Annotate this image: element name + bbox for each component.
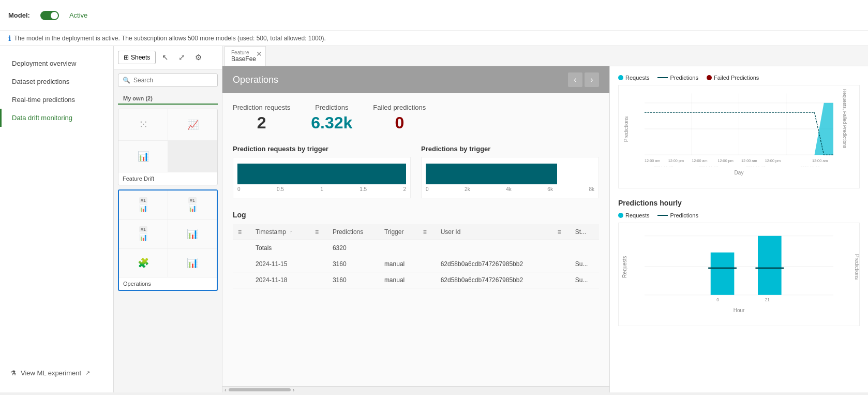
row0-trigger: manual: [379, 256, 418, 272]
predictions-label: Predictions: [311, 104, 352, 111]
hourly-requests-color: [618, 213, 623, 218]
sidebar-item-deployment-overview[interactable]: Deployment overview: [0, 54, 113, 72]
bar-chart-3-icon: 📊: [139, 233, 147, 241]
bar-hour-0: [711, 253, 735, 295]
move-tool-button[interactable]: ⤢: [174, 50, 189, 65]
row0-empty: [233, 256, 250, 272]
stat-failed-predictions: Failed predictions 0: [373, 104, 426, 133]
log-row-1[interactable]: 2024-11-18 3160 manual 62d58b0a6cdb74726…: [233, 272, 599, 288]
next-arrow[interactable]: ›: [585, 72, 599, 87]
main-content: Operations ‹ › Prediction requests 2: [222, 66, 609, 392]
select-tool-button[interactable]: ↖: [158, 50, 172, 65]
feature-drift-card[interactable]: ⁙ 📈 📊 Feature Drift: [118, 109, 218, 185]
content-header: Operations ‹ ›: [222, 66, 609, 93]
failed-legend-color: [707, 75, 712, 80]
sheets-label: Sheets: [131, 54, 150, 61]
horizontal-scrollbar[interactable]: ‹ ›: [222, 386, 609, 392]
row1-menu2: [552, 272, 570, 288]
svg-text:12:00 am: 12:00 am: [741, 158, 757, 163]
col-predictions[interactable]: Predictions: [327, 224, 379, 240]
tab-close-button[interactable]: ✕: [255, 50, 263, 58]
feature-drift-card-grid: ⁙ 📈 📊: [118, 109, 217, 172]
totals-trigger: [379, 240, 418, 256]
col-menu2: ≡: [310, 224, 327, 240]
feature-tab[interactable]: Feature BaseFee ✕: [225, 46, 266, 66]
active-label: Active: [69, 11, 87, 19]
sidebar-item-data-drift-monitoring[interactable]: Data drift monitoring: [0, 109, 113, 127]
col-status[interactable]: St...: [570, 224, 599, 240]
operations-card[interactable]: #1 📊 #1 📊 #1 📊 📊 🧩: [118, 189, 218, 291]
svg-text:12:00 am: 12:00 am: [692, 158, 707, 163]
hourly-y-right-label: Predictions: [854, 254, 860, 280]
sidebar-footer-view-ml[interactable]: ⚗ View ML experiment ↗: [0, 362, 113, 384]
scroll-thumb[interactable]: [229, 388, 291, 391]
prev-arrow[interactable]: ‹: [568, 72, 582, 87]
svg-text:2024-11-17: 2024-11-17: [746, 166, 765, 167]
log-row-0[interactable]: 2024-11-15 3160 manual 62d58b0a6cdb74726…: [233, 256, 599, 272]
feature-tab-name: BaseFee: [231, 55, 259, 63]
page-title: Operations: [233, 75, 278, 85]
model-toggle[interactable]: [40, 11, 59, 20]
totals-userid: [436, 240, 552, 256]
svg-text:12:00 pm: 12:00 pm: [717, 158, 733, 163]
log-section: Log ≡ Timestamp ↑ ≡ Predictions Trigger …: [233, 211, 599, 288]
settings-tool-button[interactable]: ⚙: [191, 50, 205, 65]
right-area: Feature BaseFee ✕ Operations ‹ ›: [222, 46, 868, 392]
scroll-right-arrow[interactable]: ›: [293, 387, 295, 393]
ts-x-axis-label: Day: [645, 170, 833, 175]
scatter-icon: ⁙: [139, 118, 148, 131]
svg-text:12:00 am: 12:00 am: [645, 158, 660, 163]
content-body: Prediction requests 2 Predictions 6.32k …: [222, 93, 609, 386]
axis-0: 0: [237, 186, 241, 192]
row0-menu: [418, 256, 436, 272]
totals-predictions: 6320: [327, 240, 379, 256]
search-box: 🔍: [118, 74, 218, 87]
sidebar-item-realtime-predictions[interactable]: Real-time predictions: [0, 91, 113, 109]
row1-menu: [418, 272, 436, 288]
predictions-by-trigger-title: Predictions by trigger: [421, 145, 599, 153]
badge-3: #1: [139, 226, 147, 232]
ops-bar2-cell: #1 📊: [168, 191, 217, 219]
hourly-svg: 1 0.5 0 4k 3k 2k: [645, 228, 833, 305]
col-trigger[interactable]: Trigger: [379, 224, 418, 240]
row1-trigger: manual: [379, 272, 418, 288]
requests-legend-color: [618, 75, 623, 80]
sidebar-item-dataset-predictions[interactable]: Dataset predictions: [0, 72, 113, 91]
external-link-icon: ↗: [85, 370, 90, 376]
info-icon: ℹ: [8, 34, 11, 42]
search-input[interactable]: [133, 77, 213, 84]
bar-chart-2-icon: 📊: [188, 204, 197, 212]
row1-empty: [233, 272, 250, 288]
totals-label: Totals: [250, 240, 310, 256]
predictions-legend-label: Predictions: [670, 75, 698, 81]
predictions-bar-chart: 0 2k 4k 6k 8k: [421, 157, 599, 198]
totals-empty2: [310, 240, 327, 256]
col-timestamp[interactable]: Timestamp ↑: [250, 224, 310, 240]
row0-predictions: 3160: [327, 256, 379, 272]
hourly-legend-requests: Requests: [618, 212, 649, 218]
stat-prediction-requests: Prediction requests 2: [233, 104, 290, 133]
hourly-legend-predictions: Predictions: [657, 212, 698, 218]
predictions-value: 6.32k: [311, 113, 352, 133]
svg-text:2024-11-15: 2024-11-15: [654, 166, 673, 167]
axis-1: 1: [320, 186, 323, 192]
col-userid[interactable]: User Id: [436, 224, 552, 240]
legend-predictions: Predictions: [657, 75, 698, 81]
ts-svg: 4k 3k 2k 1 0.5 0: [645, 91, 833, 167]
trigger-charts-row: Prediction requests by trigger 0 0.5 1 1…: [233, 145, 599, 198]
log-table-header: ≡ Timestamp ↑ ≡ Predictions Trigger ≡ Us…: [233, 224, 599, 240]
row0-status: Su...: [570, 256, 599, 272]
totals-menu: [418, 240, 436, 256]
svg-text:21: 21: [765, 298, 770, 302]
scroll-left-arrow[interactable]: ‹: [225, 387, 227, 393]
requests-bar: [237, 164, 406, 184]
svg-text:12:00 pm: 12:00 pm: [765, 158, 781, 163]
tab-bar: Feature BaseFee ✕: [222, 46, 868, 66]
log-title: Log: [233, 211, 599, 219]
row1-timestamp: 2024-11-18: [250, 272, 310, 288]
my-own-label: My own (2): [118, 91, 218, 105]
sheets-button[interactable]: ⊞ Sheets: [118, 51, 156, 64]
totals-empty: [233, 240, 250, 256]
sheets-icon: ⊞: [124, 54, 129, 61]
svg-text:12:00 pm: 12:00 pm: [668, 158, 684, 163]
